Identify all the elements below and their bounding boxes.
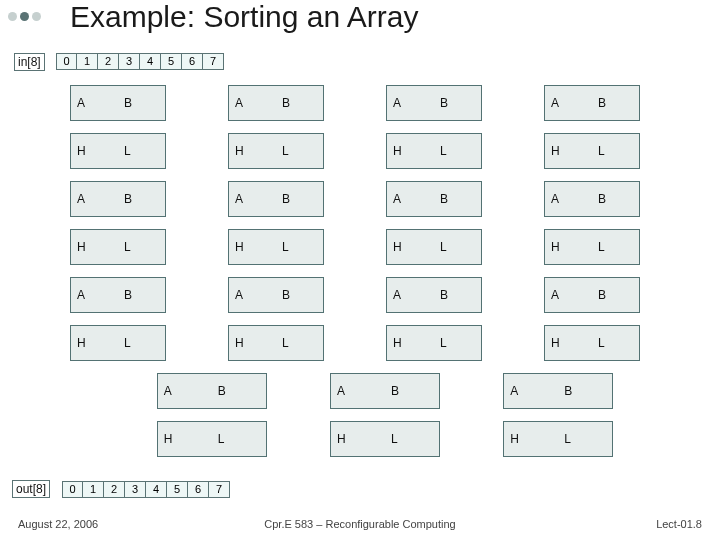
footer-date: August 22, 2006 — [18, 518, 98, 530]
idx-cell: 7 — [203, 53, 224, 70]
port: H — [158, 422, 212, 456]
input-indices: 0 1 2 3 4 5 6 7 — [56, 53, 224, 70]
compare-cell: HL — [386, 325, 482, 361]
port: B — [592, 278, 639, 312]
port: B — [558, 374, 612, 408]
port: H — [229, 134, 276, 168]
compare-cell: HL — [228, 229, 324, 265]
row-hl-2: HL HL HL HL — [70, 229, 700, 265]
port: A — [229, 86, 276, 120]
sorting-network-diagram: A B A B A B A B H L H L H L H L — [70, 85, 700, 465]
port: H — [229, 326, 276, 360]
idx-cell: 2 — [98, 53, 119, 70]
port: L — [276, 326, 323, 360]
port: B — [276, 182, 323, 216]
port: L — [434, 134, 481, 168]
port: L — [558, 422, 612, 456]
row-hl-4: HL HL HL — [70, 421, 700, 457]
port: B — [276, 86, 323, 120]
idx-cell: 1 — [83, 481, 104, 498]
port: H — [387, 326, 434, 360]
port: H — [71, 230, 118, 264]
port: A — [387, 278, 434, 312]
port: H — [71, 134, 118, 168]
port: B — [592, 86, 639, 120]
compare-cell: AB — [70, 181, 166, 217]
page-title: Example: Sorting an Array — [70, 0, 419, 34]
port: B — [434, 182, 481, 216]
compare-cell: HL — [70, 325, 166, 361]
port: L — [434, 230, 481, 264]
port: B — [212, 374, 266, 408]
compare-cell: A B — [70, 85, 166, 121]
idx-cell: 0 — [56, 53, 77, 70]
idx-cell: 3 — [125, 481, 146, 498]
port: H — [545, 230, 592, 264]
port: L — [212, 422, 266, 456]
row-ab-1: A B A B A B A B — [70, 85, 700, 121]
port: L — [276, 134, 323, 168]
idx-cell: 2 — [104, 481, 125, 498]
port: L — [592, 326, 639, 360]
port: B — [385, 374, 439, 408]
port: B — [118, 182, 165, 216]
compare-cell: AB — [330, 373, 440, 409]
footer-course: Cpr.E 583 – Reconfigurable Computing — [264, 518, 455, 530]
compare-cell: AB — [228, 181, 324, 217]
idx-cell: 3 — [119, 53, 140, 70]
port: H — [387, 134, 434, 168]
row-hl-3: HL HL HL HL — [70, 325, 700, 361]
idx-cell: 4 — [146, 481, 167, 498]
idx-cell: 0 — [62, 481, 83, 498]
port: A — [545, 182, 592, 216]
port: B — [276, 278, 323, 312]
compare-cell: AB — [544, 277, 640, 313]
row-ab-2: AB AB AB AB — [70, 181, 700, 217]
port: B — [434, 278, 481, 312]
port: H — [331, 422, 385, 456]
row-ab-3: AB AB AB AB — [70, 277, 700, 313]
port: A — [158, 374, 212, 408]
port: A — [71, 278, 118, 312]
port: L — [276, 230, 323, 264]
compare-cell: AB — [544, 181, 640, 217]
slide-bullets — [8, 12, 41, 21]
port: B — [118, 86, 165, 120]
port: B — [118, 278, 165, 312]
compare-cell: HL — [70, 229, 166, 265]
compare-cell: H L — [386, 133, 482, 169]
idx-cell: 1 — [77, 53, 98, 70]
port: A — [229, 278, 276, 312]
compare-cell: AB — [386, 181, 482, 217]
port: H — [504, 422, 558, 456]
idx-cell: 6 — [182, 53, 203, 70]
compare-cell: H L — [544, 133, 640, 169]
compare-cell: HL — [544, 229, 640, 265]
compare-cell: H L — [228, 133, 324, 169]
port: L — [118, 326, 165, 360]
input-label: in[8] — [14, 53, 45, 71]
compare-cell: AB — [228, 277, 324, 313]
output-indices: 0 1 2 3 4 5 6 7 — [62, 481, 230, 498]
port: H — [545, 134, 592, 168]
port: A — [331, 374, 385, 408]
footer-slide: Lect-01.8 — [656, 518, 702, 530]
compare-cell: HL — [544, 325, 640, 361]
idx-cell: 6 — [188, 481, 209, 498]
row-ab-4: AB AB AB — [70, 373, 700, 409]
compare-cell: HL — [228, 325, 324, 361]
port: L — [118, 230, 165, 264]
compare-cell: AB — [70, 277, 166, 313]
idx-cell: 7 — [209, 481, 230, 498]
row-hl-1: H L H L H L H L — [70, 133, 700, 169]
compare-cell: A B — [544, 85, 640, 121]
port: L — [592, 230, 639, 264]
port: A — [71, 182, 118, 216]
port: L — [434, 326, 481, 360]
port: H — [545, 326, 592, 360]
port: A — [545, 278, 592, 312]
idx-cell: 5 — [161, 53, 182, 70]
output-label: out[8] — [12, 480, 50, 498]
compare-cell: H L — [70, 133, 166, 169]
idx-cell: 5 — [167, 481, 188, 498]
